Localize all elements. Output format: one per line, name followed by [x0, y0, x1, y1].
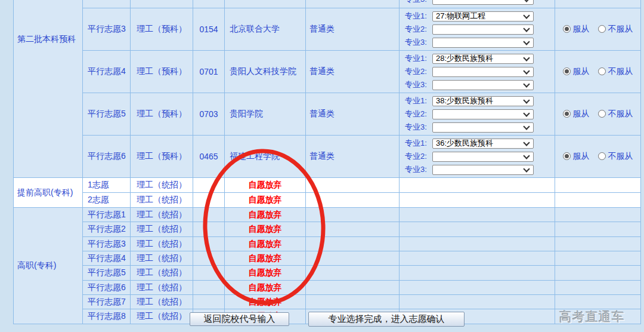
subject-type-cell: 理工（统招）: [131, 237, 193, 251]
chevron-down-icon: [523, 110, 530, 116]
major3-select[interactable]: [432, 80, 534, 90]
volunteer-label-cell: 平行志愿3: [83, 237, 131, 251]
empty-cell: [306, 295, 400, 309]
empty-cell: [555, 208, 641, 222]
subject-type-cell: 理工（预科）: [131, 8, 193, 51]
major1-label: 专业1:: [405, 96, 432, 106]
watermark: 高考直通车: [559, 309, 625, 325]
volunteer-label-cell: 平行志愿1: [83, 208, 131, 222]
giveup-cell: 自愿放弃: [225, 295, 306, 309]
subject-type-cell: 理工（统招）: [131, 178, 193, 193]
giveup-cell: 自愿放弃: [225, 178, 306, 193]
table-row: 平行志愿4 理工（统招） 自愿放弃: [14, 251, 641, 266]
empty-cell: [306, 193, 400, 208]
volunteer-label-cell: 2志愿: [83, 193, 131, 208]
subject-type-cell: 理工（统招）: [131, 295, 193, 309]
table-row: 平行志愿3 理工（统招） 自愿放弃: [14, 237, 641, 251]
subject-type-cell: 理工（统招）: [131, 251, 193, 266]
empty-cell: [555, 222, 641, 237]
empty-cell: [225, 0, 306, 8]
obey-radio[interactable]: [563, 152, 571, 160]
obey-label: 服从: [573, 66, 590, 77]
major1-select[interactable]: 27:物联网工程: [432, 11, 534, 21]
table-row: 提前高职(专科) 1志愿 理工（统招） 自愿放弃: [14, 178, 641, 193]
back-button[interactable]: 返回院校代号输入: [190, 312, 289, 326]
volunteer-label-cell: 平行志愿6: [83, 281, 131, 295]
empty-cell: [83, 0, 131, 8]
confirm-button[interactable]: 专业选择完成，进入志愿确认: [308, 312, 465, 327]
subject-type-cell: 理工（预科）: [131, 51, 193, 93]
major1-select[interactable]: 28:少数民族预科: [432, 54, 534, 64]
empty-cell: [193, 281, 225, 295]
empty-cell: [400, 251, 555, 266]
empty-cell: [400, 295, 555, 309]
empty-cell: [400, 178, 555, 193]
subject-type-cell: 理工（统招）: [131, 309, 193, 324]
major1-select[interactable]: 38:少数民族预科: [432, 96, 534, 106]
obey-radio[interactable]: [563, 25, 571, 33]
volunteer-label-cell: 平行志愿5: [83, 266, 131, 281]
not-obey-label: 不服从: [608, 109, 633, 119]
chevron-down-icon: [523, 12, 530, 19]
not-obey-radio[interactable]: [598, 110, 606, 118]
not-obey-radio[interactable]: [598, 67, 606, 75]
empty-cell: [555, 251, 641, 266]
category-cell: 普通类: [306, 51, 400, 93]
empty-cell: [555, 0, 641, 8]
major3-select[interactable]: [432, 122, 534, 133]
major3-label: 专业3:: [405, 122, 432, 133]
major2-select[interactable]: [432, 109, 534, 119]
school-code-cell: 0703: [193, 93, 225, 136]
subject-type-cell: 理工（预科）: [131, 136, 193, 178]
school-name-cell: 福建工程学院: [225, 136, 306, 178]
major3-select[interactable]: [432, 0, 534, 5]
empty-cell: [193, 193, 225, 208]
major2-select[interactable]: [432, 152, 534, 162]
major1-label: 专业1:: [405, 53, 432, 64]
school-code-cell: 0465: [193, 136, 225, 178]
empty-cell: [400, 208, 555, 222]
empty-cell: [555, 281, 641, 295]
table-row: 平行志愿6 理工（统招） 自愿放弃: [14, 281, 641, 295]
empty-cell: [400, 193, 555, 208]
not-obey-label: 不服从: [608, 66, 633, 77]
major2-select[interactable]: [432, 24, 534, 35]
not-obey-label: 不服从: [608, 151, 633, 162]
obey-cell: 服从 不服从: [555, 93, 641, 136]
giveup-cell: 自愿放弃: [225, 222, 306, 237]
chevron-down-icon: [523, 81, 530, 87]
volunteer-label-cell: 平行志愿4: [83, 51, 131, 93]
empty-cell: [306, 0, 400, 8]
chevron-down-icon: [523, 54, 530, 61]
obey-cell: 服从 不服从: [555, 136, 641, 178]
major1-select[interactable]: 36:少数民族预科: [432, 139, 534, 149]
chevron-down-icon: [523, 25, 530, 32]
major-cell: 专业1:28:少数民族预科 专业2: 专业3:: [400, 51, 555, 93]
obey-radio[interactable]: [563, 67, 571, 75]
not-obey-radio[interactable]: [598, 25, 606, 33]
volunteer-label-cell: 平行志愿7: [83, 295, 131, 309]
major3-label: 专业3:: [405, 37, 432, 48]
empty-cell: [131, 0, 193, 8]
table-row: 平行志愿4 理工（预科） 0701 贵阳人文科技学院 普通类 专业1:28:少数…: [14, 51, 641, 93]
empty-cell: [193, 237, 225, 251]
school-code-cell: 0701: [193, 51, 225, 93]
giveup-cell: 自愿放弃: [225, 208, 306, 222]
table-row: 2志愿 理工（统招） 自愿放弃: [14, 193, 641, 208]
subject-type-cell: 理工（统招）: [131, 266, 193, 281]
giveup-cell: 自愿放弃: [225, 193, 306, 208]
major2-label: 专业2:: [405, 66, 432, 77]
batch-cell: 第二批本科预科: [14, 0, 83, 178]
volunteer-label-cell: 平行志愿8: [83, 309, 131, 324]
volunteer-label-cell: 1志愿: [83, 178, 131, 193]
empty-cell: [555, 178, 641, 193]
major2-select[interactable]: [432, 67, 534, 77]
obey-radio[interactable]: [563, 110, 571, 118]
major3-select[interactable]: [432, 38, 534, 48]
not-obey-radio[interactable]: [598, 152, 606, 160]
major1-label: 专业1:: [405, 138, 432, 149]
chevron-down-icon: [523, 0, 530, 2]
major3-select[interactable]: [432, 165, 534, 175]
volunteer-label-cell: 平行志愿4: [83, 251, 131, 266]
subject-type-cell: 理工（统招）: [131, 193, 193, 208]
